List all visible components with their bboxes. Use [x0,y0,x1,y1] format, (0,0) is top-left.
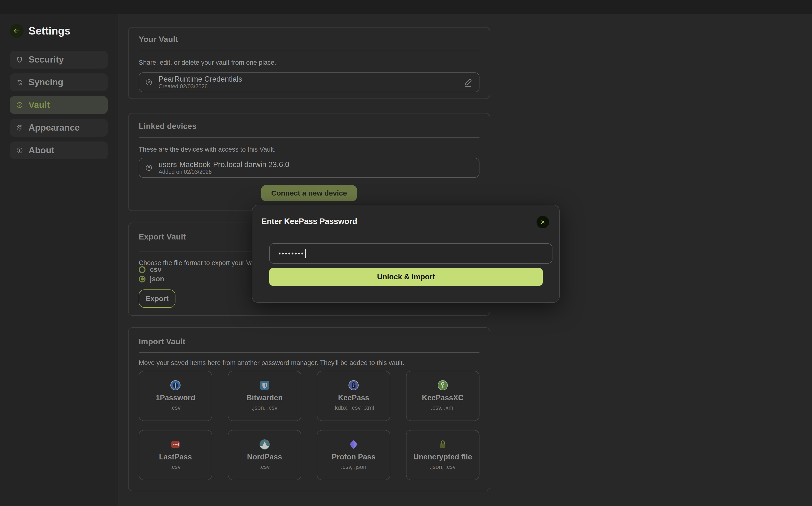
key-icon [16,101,23,109]
provider-name: Bitwarden [247,394,283,402]
provider-formats: .csv [171,404,181,411]
radio-selected-icon[interactable] [139,276,145,282]
section-description: These are the devices with access to thi… [139,146,276,153]
keepass-icon [348,380,359,391]
provider-formats: .csv [259,463,270,470]
linked-devices-card: Linked devices These are the devices wit… [128,113,490,211]
section-title: Your Vault [139,35,178,44]
provider-formats: .json, .csv [252,404,277,411]
provider-formats: .csv, .xml [431,404,455,411]
sidebar-item-syncing[interactable]: Syncing [10,73,108,91]
import-tiles-row-1: 1Password .csv Bitwarden .json, .csv [139,371,479,421]
onepassword-icon [170,380,181,391]
provider-formats: .csv [171,463,181,470]
close-icon [540,219,546,225]
provider-name: 1Password [156,394,195,402]
provider-name: NordPass [247,453,282,461]
page-title: Settings [28,24,71,38]
import-tile-keepass[interactable]: KeePass .kdbx, .csv, .xml [317,371,390,421]
keepassxc-icon [437,380,449,391]
import-tile-lastpass[interactable]: LastPass .csv [139,430,212,480]
unlock-and-import-button[interactable]: Unlock & Import [269,268,543,286]
sidebar-item-appearance[interactable]: Appearance [10,119,108,137]
password-masked-value: •••••••• [278,250,304,257]
info-icon [16,147,23,154]
back-button[interactable] [10,24,24,38]
vault-created-date: Created 02/03/2026 [158,83,242,90]
section-title: Import Vault [139,337,185,346]
provider-name: Proton Pass [332,453,376,461]
import-tile-nordpass[interactable]: NordPass .csv [228,430,301,480]
import-tile-1password[interactable]: 1Password .csv [139,371,212,421]
close-dialog-button[interactable] [537,216,549,228]
divider [139,352,479,353]
provider-formats: .csv, .json [341,463,366,470]
import-tile-protonpass[interactable]: Proton Pass .csv, .json [317,430,390,480]
section-title: Export Vault [139,232,186,241]
export-format-option-json[interactable]: json [139,275,164,283]
import-tiles-row-2: LastPass .csv NordPass .csv [139,430,479,480]
sidebar-item-label: Syncing [28,77,63,87]
section-title: Linked devices [139,122,197,131]
sidebar-item-security[interactable]: Security [10,51,108,69]
pencil-icon [463,76,473,88]
bitwarden-icon [259,380,270,391]
your-vault-card: Your Vault Share, edit, or delete your v… [128,27,490,99]
lastpass-icon [170,439,181,450]
device-list-item: users-MacBook-Pro.local darwin 23.6.0 Ad… [139,158,479,178]
vault-name: PearRuntime Credentials [158,75,242,83]
section-description: Move your saved items here from another … [139,359,404,367]
provider-name: LastPass [159,453,192,461]
import-tile-unencrypted[interactable]: Unencrypted file .json, .csv [406,430,479,480]
radio-unselected-icon[interactable] [139,266,145,273]
device-name: users-MacBook-Pro.local darwin 23.6.0 [158,161,289,169]
vault-list-item[interactable]: PearRuntime Credentials Created 02/03/20… [139,72,479,92]
sidebar-item-label: Vault [28,100,50,110]
export-button[interactable]: Export [139,289,176,308]
edit-vault-button[interactable] [463,76,473,88]
nordpass-icon [259,439,270,450]
sidebar-item-about[interactable]: About [10,142,108,159]
sidebar-item-label: Security [28,55,64,65]
divider [139,51,479,51]
device-added-date: Added on 02/03/2026 [158,169,289,175]
section-description: Share, edit, or delete your vault from o… [139,59,276,66]
sync-icon [16,79,23,86]
key-icon [145,164,153,172]
connect-new-device-button[interactable]: Connect a new device [261,185,357,201]
protonpass-icon [348,439,359,450]
shield-icon [16,56,23,63]
unencrypted-lock-icon [437,439,449,450]
import-tile-keepassxc[interactable]: KeePassXC .csv, .xml [406,371,479,421]
sidebar-item-label: About [28,145,54,156]
key-icon [145,78,153,86]
radio-label: csv [150,266,161,273]
keepass-password-dialog: Enter KeePass Password •••••••• Unlock &… [252,205,560,303]
window-top-bar [0,0,812,14]
provider-name: Unencrypted file [413,453,472,461]
palette-icon [16,124,23,131]
import-tile-bitwarden[interactable]: Bitwarden .json, .csv [228,371,301,421]
divider [139,137,479,138]
export-format-option-csv[interactable]: csv [139,266,161,273]
provider-name: KeePass [338,394,369,402]
dialog-title: Enter KeePass Password [262,217,357,226]
provider-formats: .json, .csv [430,463,456,470]
sidebar-item-label: Appearance [28,122,80,133]
provider-name: KeePassXC [422,394,464,402]
sidebar-item-vault[interactable]: Vault [10,96,108,114]
provider-formats: .kdbx, .csv, .xml [333,404,374,411]
text-caret [305,249,306,258]
radio-label: json [150,275,164,283]
arrow-left-icon [13,27,20,34]
import-vault-card: Import Vault Move your saved items here … [128,327,490,491]
password-input[interactable]: •••••••• [269,243,552,264]
